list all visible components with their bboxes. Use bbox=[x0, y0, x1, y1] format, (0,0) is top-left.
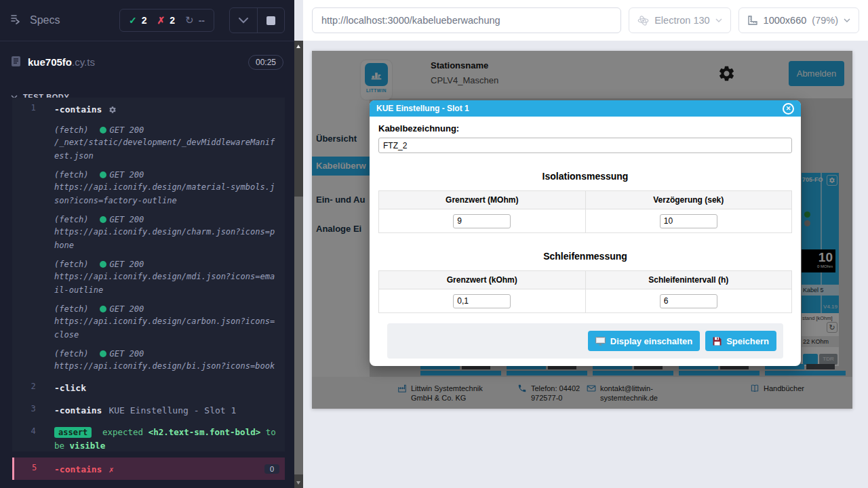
url-input[interactable]: http://localhost:3000/kabelueberwachung bbox=[312, 7, 621, 33]
command-click[interactable]: 2 -click bbox=[12, 376, 285, 399]
scroll-up-arrow[interactable] bbox=[296, 45, 300, 48]
spec-file-row[interactable]: kue705fo.cy.ts 00:25 bbox=[0, 41, 294, 83]
column-header: Verzögerung (sek) bbox=[585, 191, 792, 209]
grenzwert-mohm-input[interactable] bbox=[453, 214, 511, 228]
kue-settings-modal: KUE Einstellung - Slot 1 ✕ Kabelbezeichn… bbox=[370, 100, 801, 366]
collapse-button[interactable] bbox=[230, 8, 257, 33]
test-stats: ✓ 2 ✗ 2 ↻ -- bbox=[119, 9, 214, 32]
cypress-reporter: Specs ✓ 2 ✗ 2 ↻ -- kue705fo.cy bbox=[0, 0, 294, 488]
viewport-selector[interactable]: 1000x660 (79%) bbox=[738, 7, 859, 33]
command-log: 1 -contains (fetch)GET 200 /_next/static… bbox=[12, 98, 285, 451]
reporter-scrollbar[interactable] bbox=[294, 41, 303, 488]
schleifenintervall-input[interactable] bbox=[660, 294, 717, 308]
kabelbezeichnung-label: Kabelbezeichnung: bbox=[378, 123, 792, 134]
column-header: Grenzwert (kOhm) bbox=[379, 271, 586, 289]
fetch-log-1[interactable]: (fetch)GET 200 /_next/static/development… bbox=[12, 121, 285, 166]
check-icon: ✓ bbox=[129, 15, 137, 26]
isolationsmessung-table: Grenzwert (MOhm) Verzögerung (sek) bbox=[378, 190, 792, 233]
status-dot bbox=[100, 350, 106, 357]
scrollbar-thumb[interactable] bbox=[294, 197, 303, 474]
assert-badge: assert bbox=[54, 427, 92, 438]
modal-footer: Display einschalten Speichern bbox=[387, 323, 783, 359]
spec-ext: .cy.ts bbox=[72, 56, 95, 68]
stat-pending: ↻ -- bbox=[185, 14, 205, 26]
main-area: http://localhost:3000/kabelueberwachung … bbox=[303, 0, 868, 488]
verzoegerung-sek-input[interactable] bbox=[660, 214, 717, 228]
modal-title: KUE Einstellung - Slot 1 bbox=[376, 104, 469, 113]
speichern-button[interactable]: Speichern bbox=[705, 331, 776, 351]
scroll-down-arrow[interactable] bbox=[296, 481, 300, 485]
status-dot bbox=[100, 171, 106, 178]
spec-file-icon bbox=[11, 56, 21, 70]
column-header: Grenzwert (MOhm) bbox=[379, 191, 586, 209]
status-dot bbox=[100, 216, 106, 223]
stop-icon bbox=[267, 16, 275, 25]
schleifenmessung-table: Grenzwert (kOhm) Schleifenintervall (h) bbox=[378, 270, 792, 313]
gear-icon bbox=[108, 104, 117, 117]
isolationsmessung-heading: Isolationsmessung bbox=[378, 171, 792, 182]
display-icon bbox=[595, 337, 606, 346]
fetch-log-6[interactable]: (fetch)GET 200 https://api.iconify.desig… bbox=[12, 345, 285, 376]
fetch-log-4[interactable]: (fetch)GET 200 https://api.iconify.desig… bbox=[12, 256, 285, 300]
fetch-log-5[interactable]: (fetch)GET 200 https://api.iconify.desig… bbox=[12, 300, 285, 345]
chevron-down-icon bbox=[844, 18, 850, 22]
specs-title: Specs bbox=[30, 14, 60, 26]
stat-failed: ✗ 2 bbox=[157, 15, 176, 26]
close-icon[interactable]: ✕ bbox=[783, 103, 794, 115]
pending-icon: ↻ bbox=[185, 14, 194, 26]
modal-body: Kabelbezeichnung: Isolationsmessung Gren… bbox=[370, 117, 801, 359]
stat-passed: ✓ 2 bbox=[129, 15, 147, 26]
fail-x-icon: ✗ bbox=[108, 465, 113, 474]
schleifenmessung-heading: Schleifenmessung bbox=[378, 251, 792, 262]
browser-selector[interactable]: Electron 130 bbox=[629, 7, 730, 33]
reporter-header: Specs ✓ 2 ✗ 2 ↻ -- bbox=[0, 0, 294, 41]
cross-icon: ✗ bbox=[157, 15, 165, 26]
command-assert[interactable]: 4 assert expected <h2.text-sm.font-bold>… bbox=[12, 421, 285, 458]
grenzwert-kohm-input[interactable] bbox=[453, 294, 511, 308]
app-viewport: LITTWIN Stationsname CPLV4_Maschen Abmel… bbox=[312, 51, 852, 409]
stop-button[interactable] bbox=[257, 8, 284, 33]
command-contains-1[interactable]: 1 -contains bbox=[12, 98, 285, 121]
kabelbezeichnung-input[interactable] bbox=[378, 138, 792, 153]
fetch-log-2[interactable]: (fetch)GET 200 https://api.iconify.desig… bbox=[12, 166, 285, 211]
specs-list-icon[interactable] bbox=[9, 13, 22, 28]
status-dot bbox=[100, 127, 106, 134]
electron-icon bbox=[637, 15, 649, 26]
display-einschalten-button[interactable]: Display einschalten bbox=[588, 331, 700, 351]
spec-name: kue705fo bbox=[28, 56, 72, 68]
browser-bar: http://localhost:3000/kabelueberwachung … bbox=[303, 0, 868, 41]
modal-header: KUE Einstellung - Slot 1 ✕ bbox=[370, 100, 801, 117]
column-header: Schleifenintervall (h) bbox=[585, 271, 792, 289]
ruler-icon bbox=[747, 15, 758, 26]
save-floppy-icon bbox=[713, 337, 722, 346]
status-dot bbox=[100, 306, 106, 312]
spec-duration: 00:25 bbox=[248, 55, 283, 70]
command-contains-failed[interactable]: 5 -contains✗ 0 bbox=[12, 458, 285, 480]
chevron-down-icon bbox=[715, 18, 722, 22]
status-dot bbox=[100, 261, 106, 268]
error-count-badge: 0 bbox=[264, 464, 279, 474]
fetch-log-3[interactable]: (fetch)GET 200 https://api.iconify.desig… bbox=[12, 211, 285, 256]
run-controls bbox=[229, 7, 285, 33]
command-contains-3[interactable]: 3 -containsKUE Einstellung - Slot 1 bbox=[12, 399, 285, 421]
